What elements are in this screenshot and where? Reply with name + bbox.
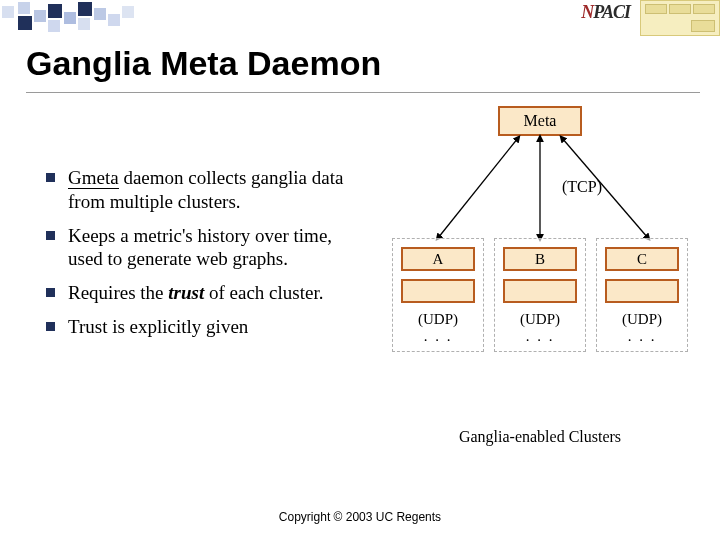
cluster-a-label: A [401,247,475,271]
cluster-c: C (UDP) . . . [596,238,688,352]
cluster-b-dots: . . . [495,328,585,345]
bullet-2: Keeps a metric's history over time, used… [46,224,356,272]
slide: NPACI Ganglia Meta Daemon Gmeta daemon c… [0,0,720,540]
bullet-1-lead: Gmeta [68,167,119,189]
logo-n: N [581,2,593,22]
bullet-3-em: trust [168,282,204,303]
tcp-label: (TCP) [562,178,602,196]
cluster-b-udp: (UDP) [495,311,585,328]
cluster-a: A (UDP) . . . [392,238,484,352]
cluster-c-dots: . . . [597,328,687,345]
title-rule [26,92,700,93]
bullet-1: Gmeta daemon collects ganglia data from … [46,166,356,214]
diagram: Meta (TCP) A (UDP) . . . B (UDP) . . . [380,106,700,446]
cluster-a-dots: . . . [393,328,483,345]
bullet-3: Requires the trust of each cluster. [46,281,356,305]
clusters-caption: Ganglia-enabled Clusters [380,428,700,446]
bullet-list: Gmeta daemon collects ganglia data from … [46,166,356,349]
cluster-c-box2 [605,279,679,303]
cluster-b: B (UDP) . . . [494,238,586,352]
logo-rest: PACI [593,2,630,22]
copyright: Copyright © 2003 UC Regents [0,510,720,524]
page-title: Ganglia Meta Daemon [26,44,381,83]
meta-box: Meta [498,106,582,136]
bullet-3-pre: Requires the [68,282,168,303]
cluster-c-label: C [605,247,679,271]
cluster-a-udp: (UDP) [393,311,483,328]
bullet-3-post: of each cluster. [204,282,323,303]
cluster-a-box2 [401,279,475,303]
cluster-c-udp: (UDP) [597,311,687,328]
cluster-b-label: B [503,247,577,271]
cluster-b-box2 [503,279,577,303]
svg-line-0 [438,138,518,238]
logo-npaci: NPACI [581,2,630,23]
bullet-4: Trust is explicitly given [46,315,356,339]
logo-badge [640,0,720,36]
